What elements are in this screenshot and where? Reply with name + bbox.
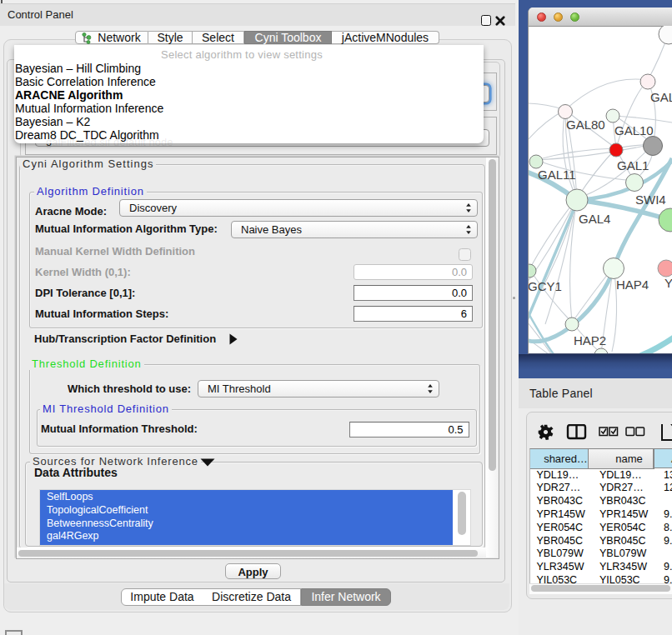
svg-text:GAL80: GAL80 <box>566 118 605 132</box>
svg-text:GAL1: GAL1 <box>617 158 649 172</box>
svg-text:Y: Y <box>664 276 672 290</box>
svg-text:GAL4: GAL4 <box>579 212 610 226</box>
svg-text:GAL11: GAL11 <box>538 168 576 182</box>
svg-text:HAP2: HAP2 <box>574 333 606 348</box>
svg-text:HAP4: HAP4 <box>616 278 649 292</box>
svg-text:SWI4: SWI4 <box>635 192 666 207</box>
svg-text:GAL8: GAL8 <box>650 90 672 104</box>
svg-text:GAL10: GAL10 <box>614 123 654 138</box>
svg-text:GCY1: GCY1 <box>529 279 562 293</box>
